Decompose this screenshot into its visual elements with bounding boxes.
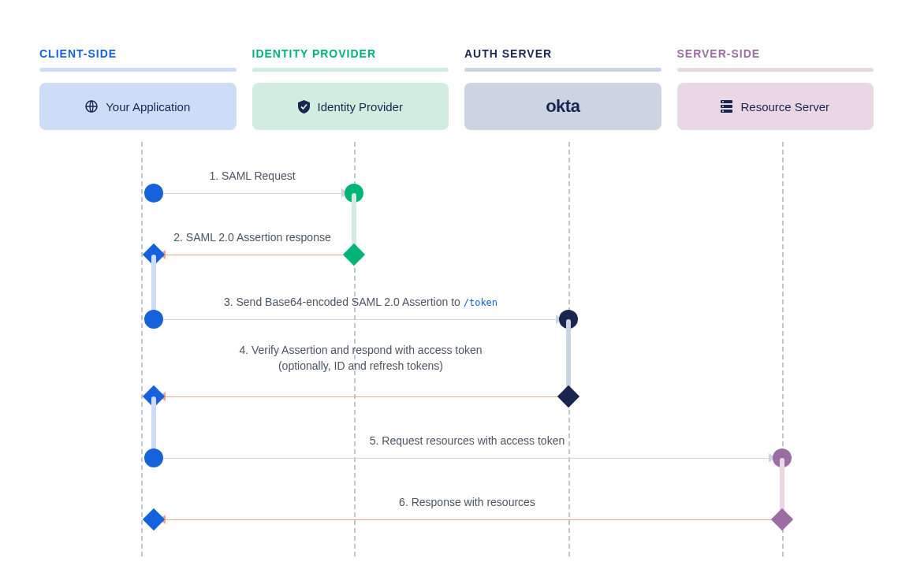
card-idp: Identity Provider [252, 83, 449, 130]
step-5-label: 5. Request resources with access token [166, 434, 769, 447]
lane-idp-underline [252, 68, 449, 72]
shield-check-icon [298, 100, 310, 114]
step-2-label: 2. SAML 2.0 Assertion response [154, 231, 351, 244]
lane-client: CLIENT-SIDE Your Application [39, 47, 237, 130]
svg-point-4 [722, 101, 724, 102]
lane-auth-underline [464, 68, 661, 72]
card-client: Your Application [39, 83, 237, 130]
step-3-token: /token [464, 297, 497, 308]
okta-logo: okta [546, 96, 579, 117]
server-icon [721, 100, 732, 113]
step-6-end-diamond [143, 508, 165, 530]
lane-server-underline [677, 68, 874, 72]
step-5-start-node [144, 448, 163, 467]
step-4-start-diamond [557, 385, 579, 408]
step-4-arrow [166, 396, 558, 397]
step-3-arrow [163, 319, 556, 320]
lane-auth-title: AUTH SERVER [464, 47, 661, 60]
lane-auth: AUTH SERVER okta [464, 47, 661, 130]
step-4-line2: (optionally, ID and refresh tokens) [278, 359, 443, 372]
card-auth: okta [464, 83, 661, 130]
step-5-arrow [163, 458, 769, 459]
card-idp-label: Identity Provider [318, 100, 403, 114]
lane-idp-title: IDENTITY PROVIDER [252, 47, 449, 60]
step-6-arrow [166, 519, 773, 520]
svg-point-5 [722, 106, 724, 107]
lane-server-title: SERVER-SIDE [677, 47, 874, 60]
lane-server: SERVER-SIDE Resource Server [677, 47, 874, 130]
step-2-start-diamond [343, 244, 365, 266]
step-1-label: 1. SAML Request [154, 169, 351, 182]
lifeline-client [141, 142, 143, 556]
step-1-arrow [150, 193, 341, 194]
lane-client-title: CLIENT-SIDE [39, 47, 237, 60]
step-3-start-node [144, 310, 163, 329]
step-4-label: 4. Verify Assertion and respond with acc… [166, 343, 556, 374]
lane-idp: IDENTITY PROVIDER Identity Provider [252, 47, 449, 130]
step-3-label: 3. Send Base64-encoded SAML 2.0 Assertio… [166, 296, 556, 308]
step-1-start-node [144, 184, 163, 203]
card-client-label: Your Application [106, 100, 190, 114]
lanes-header: CLIENT-SIDE Your Application IDENTITY PR… [39, 47, 874, 130]
lane-client-underline [39, 68, 237, 72]
step-2-arrow [166, 255, 345, 255]
globe-icon [85, 100, 98, 113]
step-4-line1: 4. Verify Assertion and respond with acc… [239, 344, 482, 356]
step-6-start-diamond [771, 508, 793, 530]
card-server: Resource Server [677, 83, 874, 130]
step-3-text: 3. Send Base64-encoded SAML 2.0 Assertio… [224, 296, 464, 308]
card-server-label: Resource Server [740, 100, 829, 114]
svg-point-6 [722, 110, 724, 112]
step-6-label: 6. Response with resources [166, 496, 769, 508]
